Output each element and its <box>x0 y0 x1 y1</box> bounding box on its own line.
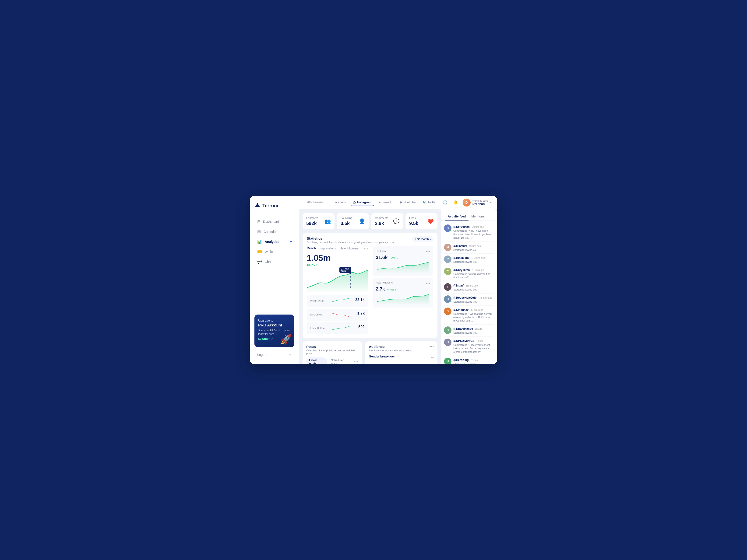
user-area[interactable]: D Welcome back, Drennan ▾ <box>463 198 492 207</box>
activity-text: Started following you <box>453 288 494 291</box>
facebook-label: Facebook <box>333 201 346 204</box>
activity-time: 2 mins ago <box>472 225 484 228</box>
avatar: C <box>444 268 452 275</box>
link-clicks-value: 1.7k <box>357 311 365 316</box>
avatar: U <box>444 339 452 346</box>
sidebar-item-label: Calendar <box>263 230 277 234</box>
followers-icon: 👥 <box>325 218 331 224</box>
reach-value: 1.05m <box>307 253 368 263</box>
gender-more-button[interactable]: ••• <box>431 356 434 359</box>
tab-facebook[interactable]: f Facebook <box>328 199 349 206</box>
activity-item: H @HouseHoleJohn 33 mins ago Started fol… <box>444 294 494 306</box>
tab-mentions[interactable]: Mentions <box>468 213 487 220</box>
rocket-icon: 🚀 <box>280 334 292 345</box>
chart-tabs: Reach Impressions New followers ••• <box>307 246 368 251</box>
tab-latest-posts[interactable]: Latest posts <box>306 357 327 364</box>
comments-icon: 💬 <box>393 218 400 224</box>
sidebar-item-wallet[interactable]: 💳 Wallet <box>254 247 294 256</box>
activity-content: @Smith420 49 mins ago Commented " What a… <box>453 308 494 323</box>
linkedin-label: LinkedIn <box>382 201 393 204</box>
profile-visits-growth: ↑ <box>355 302 365 305</box>
stat-following-label: Following <box>341 216 353 220</box>
audience-section: Audience See how your audience breaks do… <box>365 341 437 364</box>
stat-followers: Followers 592k 👥 <box>303 213 335 229</box>
activity-time: 23 mins ago <box>472 269 484 271</box>
sidebar-item-dashboard[interactable]: ⊞ Dashboard <box>254 217 294 226</box>
posts-title: Posts <box>306 345 358 349</box>
stat-likes: Likes 9.5k ❤️ <box>406 213 437 229</box>
tab-new-followers[interactable]: New followers <box>340 247 359 251</box>
sidebar-item-chat[interactable]: 💬 Chat <box>254 257 294 266</box>
post-shares-more[interactable]: ••• <box>426 250 430 254</box>
activity-name: @MiaMore <box>453 244 467 247</box>
active-dot <box>290 241 292 242</box>
audience-sub: See how your audience breaks down. <box>369 349 412 352</box>
stat-comments-value: 2.9k <box>375 221 388 226</box>
tab-impressions[interactable]: Impressions <box>319 247 336 251</box>
period-button[interactable]: This month ▾ <box>412 236 433 242</box>
email-button-row: Email Button 592 ↑ <box>307 322 368 335</box>
user-welcome: Welcome back, <box>472 199 488 202</box>
email-button-label: Email Button <box>310 327 325 329</box>
stat-following-value: 3.5k <box>341 221 353 226</box>
activity-content: @IngaV 28mins ago Started following you <box>453 283 494 291</box>
new-followers-card: New Followers ••• 2.7k +8.5% ↑ <box>372 278 433 308</box>
sidebar-item-calendar[interactable]: ▦ Calendar <box>254 227 294 236</box>
tab-instagram[interactable]: ◎ Instagram <box>350 199 374 206</box>
upgrade-card: Upgrade to PRO Account Start your PRO su… <box>254 315 294 347</box>
activity-content: @DercoMani 2 mins ago Commented "Yes, I … <box>453 224 494 240</box>
activity-name: @UPSDiversUS <box>453 339 474 343</box>
email-button-growth: ↑ <box>358 329 365 332</box>
notifications-button[interactable]: 🔔 <box>452 199 459 206</box>
tab-linkedin[interactable]: in LinkedIn <box>376 199 396 206</box>
sidebar: Terroni ⊞ Dashboard ▦ Calendar 📊 Analyti… <box>250 196 299 364</box>
activity-content: @MiaMore 9 mins ago Started following yo… <box>453 244 494 252</box>
logout-button[interactable]: Logout ⎋ <box>254 350 294 359</box>
tab-scheduled-posts[interactable]: Scheduled posts <box>328 357 353 364</box>
activity-item: D @DercoMani 2 mins ago Commented "Yes, … <box>444 222 494 242</box>
profile-visits-value: 22.1k <box>355 298 365 302</box>
posts-more-button[interactable]: ••• <box>354 360 358 364</box>
user-name: Drennan <box>472 202 488 206</box>
profile-visits-label: Profile Visits <box>310 300 324 302</box>
history-button[interactable]: 🕐 <box>441 199 449 206</box>
activity-text: Liked a photo of you <box>453 363 494 364</box>
chart-more-button[interactable]: ••• <box>364 247 368 251</box>
activity-name: @DracoMango <box>453 327 473 330</box>
posts-header: Posts Overview of your published and sch… <box>306 345 358 355</box>
instagram-label: Instagram <box>357 201 371 204</box>
activity-content: @CoryToms 23 mins ago Commented "Where d… <box>453 268 494 279</box>
logout-label: Logout <box>257 353 267 356</box>
youtube-icon: ▶ <box>400 201 403 204</box>
activity-item: M @MiaMore 9 mins ago Started following … <box>444 242 494 254</box>
main-panel: All channels f Facebook ◎ Instagram in L… <box>299 196 497 364</box>
reach-chart-area: Reach Impressions New followers ••• 1.05… <box>307 246 368 335</box>
avatar: S <box>444 308 452 315</box>
avatar: M <box>444 244 452 251</box>
chart-tooltip: 23, May 305k <box>339 267 351 273</box>
avatar: H <box>444 295 452 303</box>
chevron-down-icon: ▾ <box>490 201 492 204</box>
audience-more-button[interactable]: ••• <box>430 345 434 349</box>
tab-youtube[interactable]: ▶ YouTube <box>397 199 418 206</box>
posts-sub: Overview of your published and scheduled… <box>306 349 358 355</box>
tab-twitter[interactable]: 🐦 Twitter <box>420 199 439 206</box>
activity-time: 2h ago <box>471 359 478 362</box>
audience-header: Audience See how your audience breaks do… <box>369 345 434 352</box>
activity-name: @CoryToms <box>453 268 470 272</box>
tab-reach[interactable]: Reach <box>307 246 316 251</box>
activity-name: @HeroKing <box>453 358 469 362</box>
tab-activity-feed[interactable]: Activity feed <box>445 213 468 220</box>
posts-section: Posts Overview of your published and sch… <box>303 341 362 364</box>
link-clicks-growth: ↓ <box>357 316 365 318</box>
new-followers-more[interactable]: ••• <box>426 281 430 285</box>
sidebar-item-label: Chat <box>265 260 272 264</box>
stat-likes-value: 9.5k <box>409 221 418 226</box>
online-dot <box>449 230 452 232</box>
sidebar-item-analytics[interactable]: 📊 Analytics <box>254 237 294 246</box>
activity-item: C @CoryToms 23 mins ago Commented "Where… <box>444 266 494 282</box>
activity-content: @UPSDiversUS 1h ago Commented " I love y… <box>453 339 494 354</box>
statistics-header: Statistics See how your social media cha… <box>307 236 433 244</box>
stat-comments-label: Comments <box>375 216 388 220</box>
tab-all-channels[interactable]: All channels <box>304 199 326 206</box>
